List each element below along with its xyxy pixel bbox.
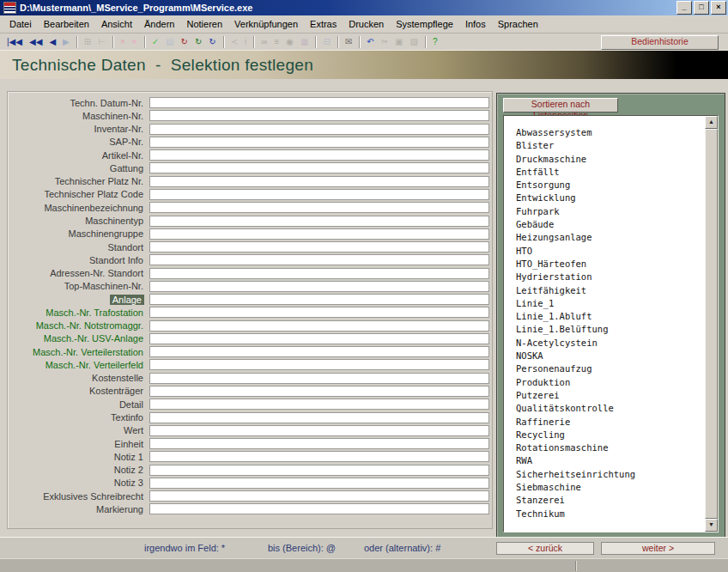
menu-item[interactable]: Notieren [180,17,228,31]
toolbar-separator[interactable] [359,36,360,48]
chart-icon[interactable]: ▦ [297,35,312,49]
list-item[interactable]: NOSKA [516,350,704,362]
toolbar-separator[interactable] [76,36,77,48]
cut-icon[interactable]: ✂ [378,35,391,49]
menu-item[interactable]: Ändern [138,17,180,31]
menu-item[interactable]: Infos [459,17,492,31]
field-input[interactable] [149,149,489,161]
field-input[interactable] [149,110,489,121]
tree-icon[interactable]: ⊢ [94,35,109,49]
menu-item[interactable]: Ansicht [95,17,138,31]
toolbar-separator[interactable] [315,36,316,48]
list-item[interactable]: N-Acetylcystein [516,337,704,350]
list-item[interactable]: Linie_1 [516,297,704,310]
field-input[interactable] [149,294,489,305]
field-input[interactable] [149,503,489,514]
field-input[interactable] [149,176,489,187]
previous-record-icon[interactable]: ◀ [46,35,59,49]
list-item[interactable]: Leitfähigkeit [516,284,704,297]
print-icon[interactable]: ⊟ [319,35,333,49]
close-button[interactable]: × [711,1,726,15]
field-input[interactable] [149,281,489,292]
help-icon[interactable]: ? [429,35,441,49]
field-input[interactable] [149,268,489,279]
list-item[interactable]: Personenaufzug [516,362,704,375]
menu-item[interactable]: Extras [304,17,343,31]
field-input[interactable] [149,241,489,253]
scrollbar-thumb[interactable] [705,129,718,519]
mail-icon[interactable]: ✉ [342,35,355,49]
list-item[interactable]: Rotationsmaschine [516,441,704,454]
list-item[interactable]: RWA [516,454,704,467]
menu-item[interactable]: Systempflege [390,17,459,31]
field-input[interactable] [149,162,489,173]
menu-item[interactable]: Bearbeiten [38,17,95,31]
list-item[interactable]: Gebäude [516,218,704,231]
toolbar-separator[interactable] [112,36,113,48]
paste-icon[interactable]: ▨ [407,35,422,49]
list-item[interactable]: Putzerei [516,389,704,402]
scroll-up-icon[interactable]: ▲ [705,116,718,129]
list-item[interactable]: Recycling [516,429,704,441]
field-input[interactable] [149,97,489,108]
list-item[interactable]: Entwicklung [516,192,704,204]
delete-icon[interactable]: × [117,35,129,49]
field-input[interactable] [149,359,489,370]
list-item[interactable]: Stanzerei [516,494,704,507]
toolbar-separator[interactable] [223,36,224,48]
list-item[interactable]: HTO_Härteofen [516,258,704,271]
field-input[interactable] [149,373,489,384]
minimize-button[interactable]: _ [676,1,692,15]
favorite-icon[interactable]: ♥ [129,35,141,49]
field-input[interactable] [149,490,489,502]
field-input[interactable] [149,451,489,462]
toolbar-separator[interactable] [337,36,338,48]
field-input[interactable] [149,137,489,148]
list-item[interactable]: Druckmaschine [516,153,704,166]
sort-by-listposition-button[interactable]: Sortieren nach Listenposition [503,98,618,113]
field-input[interactable] [149,124,489,135]
maximize-button[interactable]: □ [694,1,709,15]
refresh-blue-icon[interactable]: ↻ [205,35,219,49]
menu-item[interactable]: Datei [3,17,38,31]
next-button[interactable]: weiter > [601,542,715,555]
list-item[interactable]: Linie_1.Belüftung [516,323,704,336]
save-icon[interactable]: ▤ [162,35,177,49]
list-item[interactable]: Hydrierstation [516,271,704,283]
field-input[interactable] [149,346,489,357]
list-item[interactable]: Sicherheitseinrichtung [516,468,704,481]
list-item[interactable]: Blister [516,139,704,152]
list-item[interactable]: Raffinerie [516,416,704,429]
field-input[interactable] [149,412,489,423]
field-input[interactable] [149,386,489,397]
list-item[interactable]: Produktion [516,376,704,389]
field-input[interactable] [149,320,489,332]
list-item[interactable]: Abwassersystem [516,126,704,139]
menu-item[interactable]: Verknüpfungen [228,17,304,31]
fast-backward-icon[interactable]: ◀◀ [26,35,46,49]
binoculars-icon[interactable]: ∞ [258,35,270,49]
list-item[interactable]: Linie_1.Abluft [516,310,704,323]
scroll-down-icon[interactable]: ▼ [705,519,718,532]
list-item[interactable]: Siebmaschine [516,481,704,494]
field-input[interactable] [149,216,489,227]
field-input[interactable] [149,189,489,200]
list-item[interactable]: Entsorgung [516,179,704,192]
list-item[interactable]: Fuhrpark [516,205,704,218]
field-input[interactable] [149,478,489,489]
bedienhistorie-button[interactable]: Bedienhistorie [601,35,719,50]
field-input[interactable] [149,438,489,449]
refresh-red-icon[interactable]: ↻ [178,35,191,49]
list-item[interactable]: Entfällt [516,166,704,179]
refresh-green-icon[interactable]: ↻ [191,35,205,49]
back-button[interactable]: < zurück [496,542,594,555]
copy-icon[interactable]: ▣ [391,35,406,49]
field-input[interactable] [149,228,489,240]
list-item[interactable]: Qualitätskontrolle [516,402,704,415]
list-item[interactable]: HTO [516,245,704,258]
undo-icon[interactable]: ↶ [363,35,377,49]
field-input[interactable] [149,399,489,410]
toolbar-separator[interactable] [253,36,254,48]
eye-icon[interactable]: ◉ [282,35,297,49]
list-item[interactable]: Heizungsanlage [516,231,704,244]
